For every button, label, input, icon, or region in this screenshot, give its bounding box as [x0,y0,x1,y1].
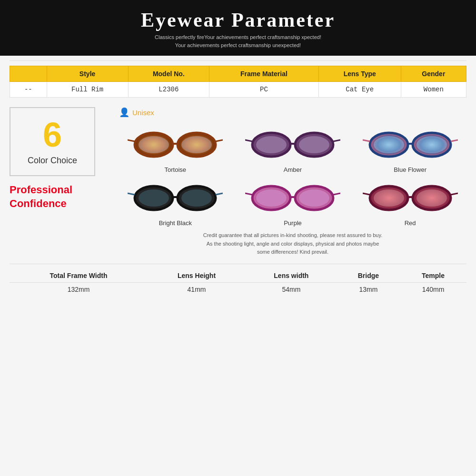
svg-line-41 [451,193,458,195]
color-name-purple: Purple [237,219,349,227]
color-name-tortoise: Tortoise [119,166,232,173]
glasses-svg-purple [245,178,340,216]
color-item-amber: Amber [237,122,349,173]
measure-col-lens-width: Lens width [246,269,337,283]
table-body: -- Full Rim L2306 PC Cat Eye Women [10,82,466,98]
color-name-bright-black: Bright Black [119,219,232,227]
svg-line-12 [245,140,252,141]
svg-point-10 [299,136,329,153]
color-number: 6 [20,118,85,152]
svg-point-38 [416,189,447,207]
cell-blank: -- [10,82,47,98]
svg-line-34 [333,193,340,195]
person-icon: 👤 [119,107,129,118]
color-name-amber: Amber [237,166,349,173]
note-text: Credit guarantee that all pictures in-ki… [119,231,466,257]
glasses-svg-blue-flower [363,125,458,163]
page-header: Eyewear Parameter Classics perfectly fir… [0,0,476,56]
glasses-tortoise [119,122,232,165]
color-item-tortoise: Tortoise [119,122,232,173]
glasses-amber [237,122,349,165]
cell-material: PC [209,82,319,98]
right-panel: 👤 Unisex [114,107,466,257]
measure-val-bridge: 13mm [337,282,400,296]
color-name-blue-flower: Blue Flower [354,166,466,173]
unisex-text: Unisex [132,109,154,117]
cell-gender: Women [401,82,466,98]
color-label: Color Choice [20,156,85,166]
measurements-table: Total Frame Width Lens Height Lens width… [10,269,466,296]
page-title: Eyewear Parameter [5,9,471,31]
svg-point-15 [374,136,404,153]
color-item-red: Red [354,176,466,227]
measure-val-lens-width: 54mm [246,282,337,296]
top-divider [10,60,466,61]
color-item-bright-black: Bright Black [119,176,232,227]
measure-col-width: Total Frame Width [10,269,148,283]
parameter-table: Style Model No. Frame Material Lens Type… [10,66,466,98]
svg-point-22 [139,189,169,207]
glasses-svg-tortoise [128,125,223,163]
glasses-blue-flower [354,122,466,165]
svg-line-6 [216,140,223,141]
svg-point-29 [256,189,287,207]
svg-line-33 [245,193,252,195]
col-lens: Lens Type [318,66,401,82]
measurements-header: Total Frame Width Lens Height Lens width… [10,269,466,283]
svg-line-27 [216,193,223,195]
svg-point-36 [374,189,404,207]
main-section: 6 Color Choice Professional Confidence 👤… [0,102,476,261]
col-model: Model No. [128,66,209,82]
svg-line-19 [363,140,370,141]
glasses-bright-black [119,176,232,218]
glasses-svg-bright-black [128,178,223,216]
color-grid: Tortoise [119,122,466,227]
col-blank [10,66,47,82]
header-subtitle: Classics perfectly fireYour achievements… [5,33,471,49]
svg-line-20 [451,140,458,141]
col-gender: Gender [401,66,466,82]
color-name-red: Red [354,219,466,227]
svg-point-3 [181,136,212,153]
unisex-label: 👤 Unisex [119,107,466,118]
col-material: Frame Material [209,66,319,82]
svg-point-31 [299,189,329,207]
col-style: Style [47,66,128,82]
glasses-svg-red [363,178,458,216]
svg-point-24 [181,189,212,207]
glasses-red [354,176,466,218]
measure-val-temple: 140mm [400,282,466,296]
color-choice-box: 6 Color Choice [10,107,95,176]
measure-col-lens-height: Lens Height [148,269,246,283]
color-item-blue-flower: Blue Flower [354,122,466,173]
glasses-svg-amber [245,125,340,163]
cell-model: L2306 [128,82,209,98]
measure-col-temple: Temple [400,269,466,283]
left-panel: 6 Color Choice Professional Confidence [10,107,114,257]
svg-point-17 [416,136,447,153]
measurements-body: 132mm 41mm 54mm 13mm 140mm [10,282,466,296]
glasses-purple [237,176,349,218]
measurements-section: Total Frame Width Lens Height Lens width… [10,264,466,298]
svg-line-5 [128,140,135,141]
measure-col-bridge: Bridge [337,269,400,283]
svg-point-8 [256,136,287,153]
measure-val-width: 132mm [10,282,148,296]
color-item-purple: Purple [237,176,349,227]
professional-text: Professional Confidence [10,183,114,210]
svg-point-1 [139,136,169,153]
cell-lens: Cat Eye [318,82,401,98]
svg-line-26 [128,193,135,195]
table-header: Style Model No. Frame Material Lens Type… [10,66,466,82]
measure-val-lens-height: 41mm [148,282,246,296]
svg-line-13 [333,140,340,141]
svg-line-40 [363,193,370,195]
measurements-row: 132mm 41mm 54mm 13mm 140mm [10,282,466,296]
table-row: -- Full Rim L2306 PC Cat Eye Women [10,82,466,98]
cell-style: Full Rim [47,82,128,98]
